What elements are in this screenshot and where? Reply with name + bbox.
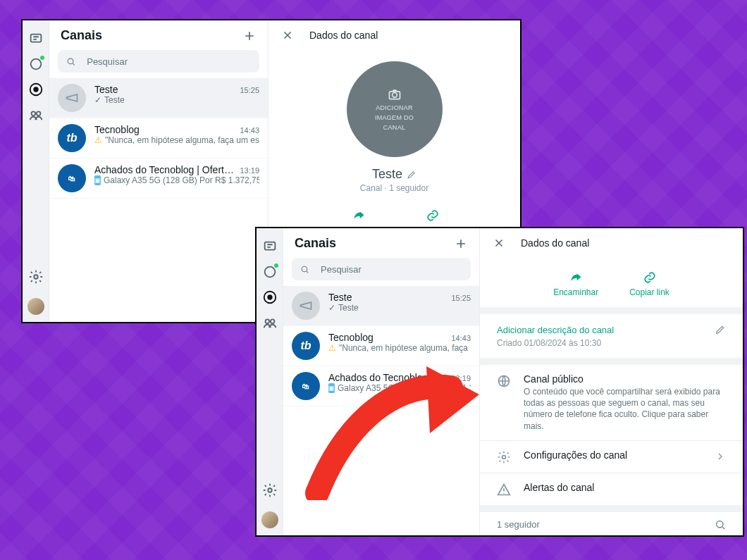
forward-label: Encaminhar	[553, 287, 598, 297]
channel-item-achados[interactable]: 🛍 Achados do Tecnoblog | Ofertas de t...…	[283, 366, 479, 406]
svg-point-16	[268, 488, 272, 492]
svg-point-7	[68, 58, 73, 64]
nav-settings-icon[interactable]	[28, 269, 44, 285]
channel-details-panel: Dados do canal Encaminhar Copiar link Ad…	[480, 228, 743, 535]
nav-rail	[23, 20, 49, 322]
svg-rect-0	[30, 35, 41, 42]
channel-time: 13:19	[451, 374, 471, 382]
close-details-button[interactable]	[281, 29, 294, 42]
search-field[interactable]	[58, 50, 259, 73]
followers-count: 1 seguidor	[497, 519, 540, 530]
check-icon: ✓	[94, 95, 101, 105]
chevron-right-icon	[715, 451, 726, 462]
channel-preview: "Nunca, em hipótese alguma, faça um esto…	[339, 343, 471, 353]
channel-list-panel: Canais Teste15:25 ✓Teste tb Tecnoblog14:…	[283, 228, 480, 535]
channel-settings-item[interactable]: Configurações do canal	[480, 440, 743, 473]
search-followers-button[interactable]	[715, 519, 726, 530]
svg-point-6	[34, 275, 38, 279]
new-channel-button[interactable]	[242, 29, 257, 43]
channel-avatar: 🛍	[292, 372, 320, 400]
svg-point-19	[502, 455, 506, 459]
search-field[interactable]	[292, 258, 471, 280]
svg-rect-10	[264, 242, 275, 250]
edit-name-button[interactable]	[407, 170, 416, 180]
nav-profile-avatar[interactable]	[27, 298, 44, 315]
channel-preview: Galaxy A35 5G (128 GB) Por R$ 1.372,75 (…	[104, 175, 259, 185]
channel-item-achados[interactable]: 🛍 Achados do Tecnoblog | Ofertas de t...…	[49, 158, 268, 199]
svg-point-9	[392, 93, 397, 98]
warning-icon: ⚠	[94, 135, 102, 145]
channel-item-teste[interactable]: Teste15:25 ✓Teste	[49, 78, 268, 118]
channel-time: 15:25	[451, 294, 471, 302]
channel-name: Tecnoblog	[94, 124, 140, 135]
svg-point-13	[268, 295, 272, 299]
add-channel-image-button[interactable]: ADICIONAR IMAGEM DO CANAL	[347, 61, 443, 157]
photo-icon: ▣	[94, 175, 101, 185]
copy-link-button[interactable]: Copiar link	[629, 270, 669, 297]
public-channel-title: Canal público	[524, 373, 726, 385]
svg-point-15	[270, 319, 274, 323]
svg-point-4	[31, 111, 35, 116]
svg-point-1	[30, 59, 41, 70]
search-input[interactable]	[319, 263, 462, 275]
channel-name: Achados do Tecnoblog | Ofertas de t...	[94, 164, 235, 175]
channel-name: Tecnoblog	[328, 332, 374, 343]
channel-preview: Galaxy A35 5G (128 GB) Por R$ 1.372,75 (…	[338, 383, 471, 393]
channel-name: Teste	[328, 292, 352, 303]
panel-title: Canais	[295, 236, 336, 251]
search-icon	[66, 56, 75, 67]
close-details-button[interactable]	[493, 237, 505, 249]
nav-chats-icon[interactable]	[262, 239, 278, 254]
channel-alerts-item[interactable]: Alertas do canal	[480, 473, 743, 512]
check-icon: ✓	[328, 303, 335, 313]
nav-status-icon[interactable]	[262, 264, 278, 280]
channel-item-teste[interactable]: Teste15:25 ✓Teste	[283, 286, 479, 326]
gear-icon	[497, 450, 511, 464]
warning-icon: ⚠	[328, 343, 336, 353]
channel-avatar: 🛍	[58, 164, 86, 192]
svg-point-17	[302, 266, 307, 272]
forward-icon	[352, 209, 366, 223]
details-title: Dados do canal	[309, 30, 378, 41]
channel-avatar	[58, 84, 86, 112]
channel-item-tecnoblog[interactable]: tb Tecnoblog14:43 ⚠"Nunca, em hipótese a…	[283, 326, 479, 366]
channel-avatar	[292, 292, 320, 320]
svg-point-5	[36, 111, 39, 116]
channel-avatar: tb	[58, 124, 86, 152]
nav-profile-avatar[interactable]	[261, 511, 278, 528]
channel-time: 14:43	[240, 126, 259, 135]
channel-name: Achados do Tecnoblog | Ofertas de t...	[328, 372, 447, 383]
window-channel-settings: Canais Teste15:25 ✓Teste tb Tecnoblog14:…	[255, 227, 744, 537]
nav-rail	[257, 228, 283, 535]
nav-channels-icon[interactable]	[262, 290, 278, 305]
channel-time: 14:43	[451, 334, 471, 342]
link-icon	[643, 270, 657, 285]
nav-settings-icon[interactable]	[262, 483, 278, 498]
channel-list-panel: Canais Teste15:25 ✓Teste tb Tecnoblog14:…	[49, 20, 268, 322]
channel-time: 13:19	[240, 166, 259, 175]
avatar-hint-line: CANAL	[383, 124, 406, 131]
svg-point-20	[717, 521, 723, 527]
nav-status-icon[interactable]	[28, 56, 44, 72]
public-channel-sub: O conteúdo que você compartilhar será ex…	[524, 386, 726, 432]
nav-communities-icon[interactable]	[262, 315, 278, 330]
channel-preview: Teste	[338, 303, 359, 313]
channel-title: Teste	[372, 167, 402, 182]
channel-item-tecnoblog[interactable]: tb Tecnoblog14:43 ⚠"Nunca, em hipótese a…	[49, 118, 268, 158]
channel-alerts-title: Alertas do canal	[524, 482, 726, 493]
nav-communities-icon[interactable]	[28, 107, 44, 123]
nav-channels-icon[interactable]	[28, 82, 44, 97]
edit-description-button[interactable]	[715, 324, 726, 335]
nav-chats-icon[interactable]	[28, 31, 44, 46]
public-channel-item[interactable]: Canal público O conteúdo que você compar…	[480, 365, 743, 440]
search-input[interactable]	[85, 56, 251, 68]
forward-button[interactable]: Encaminhar	[553, 270, 598, 297]
avatar-hint-line: IMAGEM DO	[375, 114, 414, 121]
copy-link-label: Copiar link	[629, 287, 669, 297]
camera-icon	[388, 87, 402, 101]
svg-point-14	[265, 319, 269, 323]
new-channel-button[interactable]	[454, 237, 468, 251]
add-description-link[interactable]: Adicionar descrição do canal	[497, 325, 614, 335]
svg-point-3	[34, 87, 38, 92]
panel-title: Canais	[61, 28, 102, 43]
